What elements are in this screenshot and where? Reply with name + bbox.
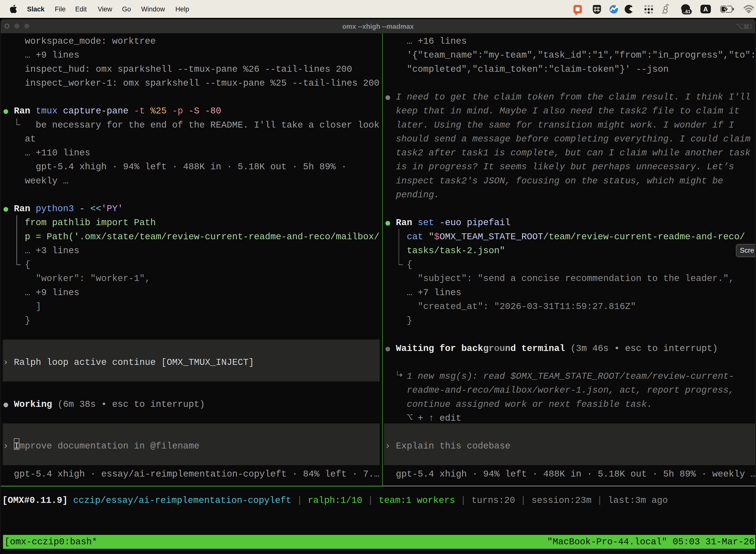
svg-text:1: 1 [749, 23, 752, 30]
